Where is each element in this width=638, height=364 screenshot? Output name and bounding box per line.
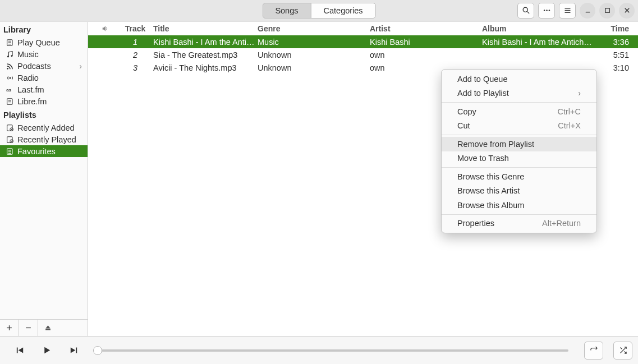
cell-genre: Unknown bbox=[258, 63, 370, 72]
context-menu-separator bbox=[442, 135, 596, 135]
sidebar-item-label: Recently Added bbox=[17, 123, 75, 132]
maximize-window-button[interactable] bbox=[599, 3, 615, 19]
close-icon bbox=[623, 6, 631, 15]
svg-rect-9 bbox=[605, 8, 609, 13]
library-header: Library bbox=[0, 22, 88, 36]
speaker-icon bbox=[102, 25, 109, 33]
context-menu-separator bbox=[442, 214, 596, 215]
column-artist[interactable]: Artist bbox=[370, 24, 482, 33]
sidebar-footer bbox=[0, 319, 88, 336]
sidebar-item-label: Podcasts bbox=[17, 62, 51, 71]
sidebar-item-recently-played[interactable]: Recently Played bbox=[0, 133, 88, 145]
search-icon bbox=[522, 6, 530, 15]
svg-rect-44 bbox=[76, 348, 77, 353]
svg-point-3 bbox=[546, 10, 548, 11]
sidebar-item-music[interactable]: Music bbox=[0, 48, 88, 60]
cell-album: Kishi Bashi - I Am the Antich… bbox=[482, 38, 594, 47]
more-button[interactable] bbox=[538, 3, 555, 19]
context-menu-label: Browse this Artist bbox=[457, 186, 520, 195]
next-button[interactable] bbox=[65, 342, 82, 359]
context-menu-separator bbox=[442, 102, 596, 103]
svg-marker-37 bbox=[45, 325, 51, 329]
playlists-header: Playlists bbox=[0, 107, 88, 122]
gear-list-icon bbox=[6, 135, 15, 144]
svg-line-1 bbox=[527, 11, 529, 13]
eject-button[interactable] bbox=[38, 320, 57, 336]
track-list-pane: Track Title Genre Artist Album Time 1Kis… bbox=[88, 22, 638, 336]
context-menu-separator bbox=[442, 167, 596, 168]
context-menu-item[interactable]: Browse this Album bbox=[442, 198, 596, 213]
lastfm-icon: as bbox=[6, 85, 15, 94]
context-menu-item[interactable]: Move to Trash bbox=[442, 151, 596, 166]
content: Library Play QueueMusicPodcasts›RadioasL… bbox=[0, 21, 638, 336]
radio-icon bbox=[6, 73, 15, 82]
svg-marker-42 bbox=[44, 347, 50, 353]
context-menu: Add to QueueAdd to Playlist›CopyCtrl+CCu… bbox=[441, 69, 597, 233]
svg-point-29 bbox=[11, 140, 12, 141]
sidebar-item-recently-added[interactable]: Recently Added bbox=[0, 122, 88, 133]
sidebar-item-label: Favourites bbox=[17, 147, 56, 156]
tab-categories[interactable]: Categories bbox=[311, 3, 376, 19]
gear-list-icon bbox=[6, 123, 15, 132]
svg-rect-40 bbox=[16, 348, 17, 353]
tab-songs[interactable]: Songs bbox=[262, 3, 311, 19]
queue-icon bbox=[6, 38, 15, 47]
close-window-button[interactable] bbox=[619, 3, 635, 19]
context-menu-item[interactable]: Add to Queue bbox=[442, 72, 596, 86]
column-playing[interactable] bbox=[91, 25, 120, 33]
sidebar-item-label: Radio bbox=[17, 73, 39, 82]
context-menu-item[interactable]: Browse this Genre bbox=[442, 169, 596, 184]
sidebar-item-favourites[interactable]: Favourites bbox=[0, 145, 88, 157]
sidebar-item-radio[interactable]: Radio bbox=[0, 72, 88, 84]
shuffle-button[interactable] bbox=[613, 342, 632, 360]
hamburger-menu-button[interactable] bbox=[559, 3, 576, 19]
eject-icon bbox=[44, 324, 52, 332]
context-menu-item[interactable]: PropertiesAlt+Return bbox=[442, 216, 596, 231]
cell-time: 5:51 bbox=[594, 50, 635, 59]
play-button[interactable] bbox=[38, 342, 55, 359]
context-menu-label: Browse this Album bbox=[457, 201, 524, 210]
context-menu-item[interactable]: Add to Playlist› bbox=[442, 86, 596, 101]
minimize-icon bbox=[584, 6, 592, 15]
cell-genre: Unknown bbox=[258, 50, 370, 59]
sidebar-item-librefm[interactable]: Libre.fm bbox=[0, 95, 88, 107]
svg-marker-43 bbox=[70, 348, 75, 353]
list-icon bbox=[6, 147, 15, 156]
column-track[interactable]: Track bbox=[120, 24, 151, 33]
svg-point-18 bbox=[7, 68, 8, 70]
column-album[interactable]: Album bbox=[482, 24, 594, 33]
svg-rect-38 bbox=[45, 329, 51, 330]
add-playlist-button[interactable] bbox=[0, 320, 19, 336]
repeat-button[interactable] bbox=[584, 342, 603, 360]
cell-track: 1 bbox=[120, 38, 151, 47]
play-icon bbox=[42, 345, 52, 355]
svg-marker-41 bbox=[18, 348, 23, 353]
sidebar-item-play-queue[interactable]: Play Queue bbox=[0, 36, 88, 48]
dots-icon bbox=[543, 6, 551, 15]
repeat-icon bbox=[590, 346, 598, 354]
svg-point-0 bbox=[523, 7, 527, 12]
context-menu-label: Add to Queue bbox=[457, 75, 508, 84]
column-time[interactable]: Time bbox=[594, 24, 635, 33]
previous-button[interactable] bbox=[11, 342, 28, 359]
sidebar-item-lastfm[interactable]: asLast.fm bbox=[0, 84, 88, 95]
context-menu-item[interactable]: Remove from Playlist bbox=[442, 137, 596, 151]
svg-point-4 bbox=[548, 10, 550, 11]
chevron-right-icon: › bbox=[578, 89, 581, 98]
sidebar-item-label: Music bbox=[17, 50, 39, 59]
search-button[interactable] bbox=[517, 3, 534, 19]
song-row[interactable]: 2Sia - The Greatest.mp3Unknownown5:51 bbox=[88, 48, 638, 61]
svg-point-17 bbox=[11, 55, 13, 57]
minimize-window-button[interactable] bbox=[580, 3, 595, 19]
song-row[interactable]: 1Kishi Bashi - I Am the Anti…MusicKishi … bbox=[88, 35, 638, 48]
context-menu-item[interactable]: Browse this Artist bbox=[442, 184, 596, 199]
remove-playlist-button[interactable] bbox=[19, 320, 38, 336]
column-title[interactable]: Title bbox=[151, 24, 258, 33]
sidebar-item-label: Last.fm bbox=[17, 85, 44, 94]
shortcut-label: Alt+Return bbox=[542, 219, 581, 228]
sidebar-item-podcasts[interactable]: Podcasts› bbox=[0, 60, 88, 72]
column-genre[interactable]: Genre bbox=[258, 24, 370, 33]
context-menu-item[interactable]: CopyCtrl+C bbox=[442, 104, 596, 119]
seek-slider[interactable] bbox=[92, 349, 574, 352]
context-menu-item[interactable]: CutCtrl+X bbox=[442, 119, 596, 133]
